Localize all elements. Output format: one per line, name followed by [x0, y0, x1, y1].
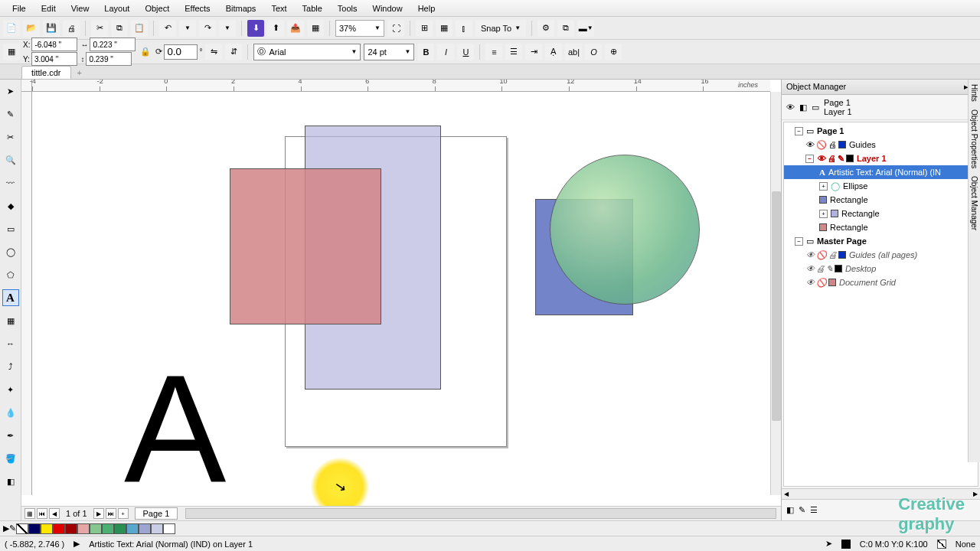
new-tab-button[interactable]: + — [71, 67, 88, 79]
page-dims-icon[interactable]: ▦ — [3, 44, 20, 60]
snap-combo[interactable]: Snap To▼ — [475, 20, 526, 37]
node-master-page[interactable]: −▭Master Page — [784, 234, 978, 248]
node-rectangle[interactable]: +Rectangle — [784, 207, 978, 220]
menu-table[interactable]: Table — [295, 2, 330, 15]
o-icon[interactable]: O — [585, 44, 602, 60]
swatch[interactable] — [139, 523, 151, 534]
prev-page-icon[interactable]: ◀ — [49, 508, 60, 519]
open-icon[interactable]: 📂 — [23, 20, 40, 37]
paste-icon[interactable]: 📋 — [131, 20, 148, 37]
artistic-text-a[interactable]: A — [124, 352, 226, 505]
redo-drop-icon[interactable]: ▼ — [219, 20, 236, 37]
italic-icon[interactable]: I — [437, 44, 454, 60]
new-icon[interactable]: 📄 — [3, 20, 20, 37]
dimension-tool-icon[interactable]: ↔ — [2, 335, 19, 352]
menu-object[interactable]: Object — [137, 2, 177, 15]
swatch[interactable] — [41, 523, 53, 534]
mirror-h-icon[interactable]: ⇋ — [205, 44, 222, 60]
zoom-combo[interactable]: 37%▼ — [335, 20, 384, 37]
node-rectangle[interactable]: Rectangle — [784, 193, 978, 207]
lock-ratio-icon[interactable]: 🔒 — [139, 45, 152, 59]
eye-icon[interactable]: 👁 — [786, 103, 795, 112]
node-desktop[interactable]: 👁🖨✎Desktop — [784, 262, 978, 276]
vertical-scrollbar[interactable] — [770, 92, 781, 495]
horizontal-scrollbar[interactable] — [185, 508, 776, 519]
layer-icon[interactable]: ◧ — [799, 103, 807, 112]
char-icon[interactable]: Ạ — [545, 44, 562, 60]
swatch[interactable] — [28, 523, 41, 534]
table-tool-icon[interactable]: ▦ — [2, 312, 19, 329]
canvas[interactable]: A — [32, 92, 770, 495]
menu-text[interactable]: Text — [263, 2, 294, 15]
options2-icon[interactable]: ⧉ — [557, 20, 574, 37]
effects-tool-icon[interactable]: ✦ — [2, 381, 19, 398]
h-field[interactable] — [86, 52, 132, 66]
direction-icon[interactable]: ab| — [565, 44, 582, 60]
w-field[interactable] — [90, 37, 136, 51]
swatch[interactable] — [102, 523, 114, 534]
swatch[interactable] — [126, 523, 139, 534]
eyedropper-tool-icon[interactable]: 💧 — [2, 404, 19, 421]
swatch[interactable] — [163, 523, 175, 534]
menu-tools[interactable]: Tools — [330, 2, 365, 15]
mirror-v-icon[interactable]: ⇵ — [225, 44, 242, 60]
ellipse-tool-icon[interactable]: ◯ — [2, 243, 19, 260]
node-layer1[interactable]: −👁🖨✎Layer 1 — [784, 152, 978, 165]
show-props-icon[interactable]: ◧ — [786, 505, 794, 515]
outline-tool-icon[interactable]: ✒ — [2, 427, 19, 444]
rotation-field[interactable] — [164, 44, 198, 60]
app-launcher-icon[interactable]: ▦ — [307, 20, 324, 37]
align-icon[interactable]: ≡ — [485, 44, 502, 60]
redo-icon[interactable]: ↷ — [199, 20, 216, 37]
grid-icon[interactable]: ▦ — [436, 20, 452, 37]
menu-layout[interactable]: Layout — [96, 2, 137, 15]
smartfill-tool-icon[interactable]: ◆ — [2, 197, 19, 214]
node-ellipse[interactable]: +◯Ellipse — [784, 179, 978, 193]
menu-file[interactable]: File — [5, 2, 34, 15]
canvas-area[interactable]: -4 -2 0 2 4 6 8 10 12 14 16 inches A — [21, 80, 781, 506]
node-rectangle[interactable]: Rectangle — [784, 220, 978, 234]
menu-edit[interactable]: Edit — [34, 2, 64, 15]
node-guides-all[interactable]: 👁🚫🖨Guides (all pages) — [784, 248, 978, 262]
page-icon[interactable]: ▭ — [812, 103, 819, 112]
rulers-icon[interactable]: ⊞ — [416, 20, 433, 37]
status-play-icon[interactable]: ▶ — [74, 539, 80, 549]
swatch[interactable] — [77, 523, 90, 534]
text-tool-icon[interactable]: A — [2, 289, 19, 306]
fill-tool-icon[interactable]: 🪣 — [2, 450, 19, 467]
list-icon[interactable]: ☰ — [505, 44, 522, 60]
node-artistic-text[interactable]: AArtistic Text: Arial (Normal) (IN — [784, 165, 978, 179]
y-field[interactable] — [31, 52, 77, 66]
menu-view[interactable]: View — [64, 2, 97, 15]
save-icon[interactable]: 💾 — [43, 20, 60, 37]
node-document-grid[interactable]: 👁🚫Document Grid — [784, 276, 978, 289]
bold-icon[interactable]: B — [417, 44, 434, 60]
last-page-icon[interactable]: ⏭ — [106, 508, 116, 519]
palette-menu-icon[interactable]: ✎ — [9, 523, 16, 533]
layer-manager-icon[interactable]: ☰ — [810, 505, 818, 515]
undo-drop-icon[interactable]: ▼ — [179, 20, 196, 37]
indent-icon[interactable]: ⇥ — [525, 44, 542, 60]
menu-effects[interactable]: Effects — [177, 2, 217, 15]
font-combo[interactable]: ⓄArial▼ — [253, 44, 361, 60]
swatch-none[interactable] — [16, 523, 28, 534]
interactive-fill-tool-icon[interactable]: ◧ — [2, 473, 19, 490]
swatch[interactable] — [90, 523, 102, 534]
cut-icon[interactable]: ✂ — [91, 20, 108, 37]
polygon-tool-icon[interactable]: ⬠ — [2, 266, 19, 283]
new-page-icon[interactable]: + — [118, 508, 129, 519]
palette-play-icon[interactable]: ▶ — [3, 523, 9, 533]
next-page-icon[interactable]: ▶ — [93, 508, 104, 519]
font-size-combo[interactable]: 24 pt▼ — [364, 44, 414, 60]
crop-tool-icon[interactable]: ✂ — [2, 129, 19, 145]
edit-layers-icon[interactable]: ✎ — [799, 505, 805, 515]
fullscreen-icon[interactable]: ⛶ — [387, 20, 404, 37]
import-icon[interactable]: ⬇ — [247, 20, 264, 37]
undo-icon[interactable]: ↶ — [159, 20, 176, 37]
underline-icon[interactable]: U — [457, 44, 474, 60]
connector-tool-icon[interactable]: ⤴ — [2, 358, 19, 375]
hints-tab[interactable]: Hints — [970, 84, 978, 102]
shape-tool-icon[interactable]: ✎ — [2, 106, 19, 122]
publish-icon[interactable]: 📤 — [287, 20, 304, 37]
object-properties-tab[interactable]: Object Properties — [970, 109, 978, 168]
